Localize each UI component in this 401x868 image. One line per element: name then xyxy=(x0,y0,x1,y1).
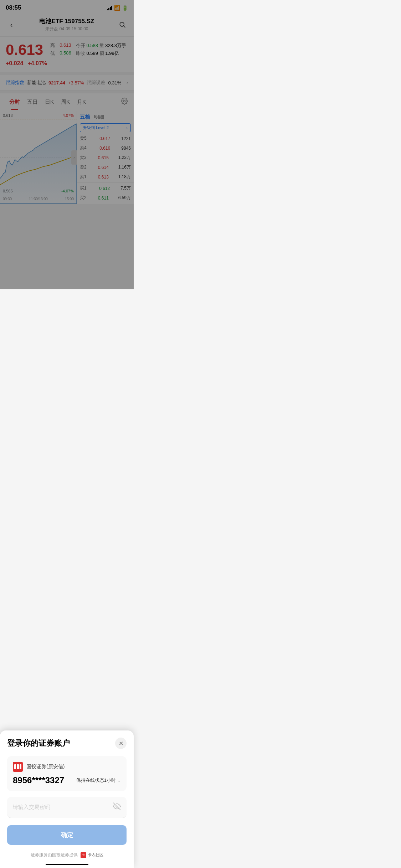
modal-overlay[interactable] xyxy=(0,0,134,289)
